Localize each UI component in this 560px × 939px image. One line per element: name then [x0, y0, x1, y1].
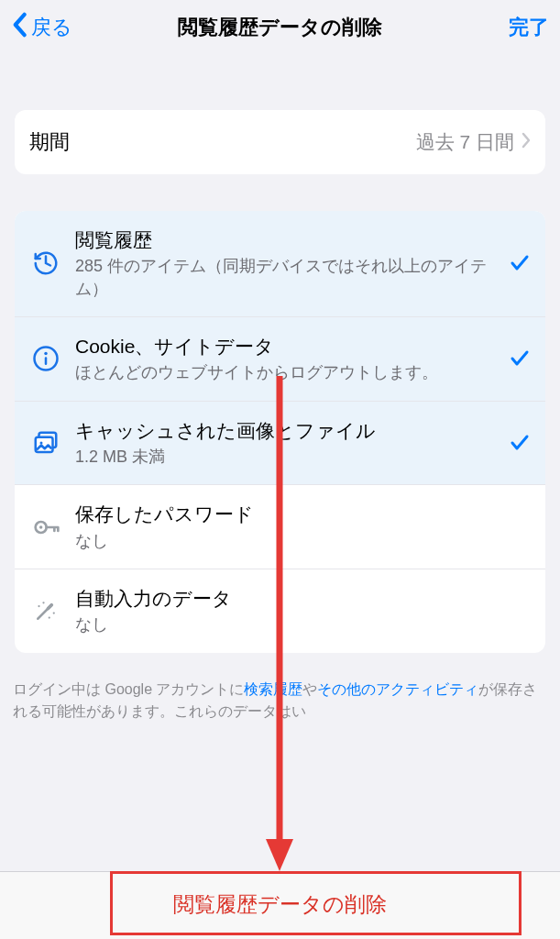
check-icon [505, 252, 531, 274]
chevron-right-icon [522, 132, 531, 152]
back-button[interactable]: 戻る [11, 12, 72, 43]
delete-browsing-data-button[interactable]: 閲覧履歴データの削除 [0, 890, 560, 919]
data-types-section: 閲覧履歴 285 件のアイテム（同期デバイスではそれ以上のアイテム） Cooki… [15, 211, 545, 653]
svg-point-8 [38, 605, 39, 607]
cookies-title: Cookie、サイトデータ [75, 334, 505, 359]
svg-point-11 [49, 617, 50, 619]
row-cookies[interactable]: Cookie、サイトデータ ほとんどのウェブサイトからログアウトします。 [15, 317, 545, 402]
cache-sub: 1.2 MB 未満 [75, 446, 505, 468]
header: 戻る 閲覧履歴データの削除 完了 [0, 0, 560, 55]
back-label: 戻る [31, 14, 72, 41]
period-label: 期間 [29, 128, 416, 156]
key-icon [29, 511, 62, 544]
cache-title: キャッシュされた画像とファイル [75, 418, 505, 444]
autofill-title: 自動入力のデータ [75, 586, 531, 612]
period-section: 期間 過去 7 日間 [15, 110, 545, 174]
footer-text-1: ログイン中は Google アカウントに [13, 681, 244, 697]
footer-text-2: や [302, 681, 317, 697]
history-icon [29, 247, 62, 280]
autofill-sub: なし [75, 613, 531, 635]
row-passwords[interactable]: 保存したパスワード なし [15, 485, 545, 569]
svg-point-10 [53, 613, 55, 614]
passwords-title: 保存したパスワード [75, 502, 531, 527]
row-autofill[interactable]: 自動入力のデータ なし [15, 569, 545, 653]
passwords-sub: なし [75, 530, 531, 552]
period-row[interactable]: 期間 過去 7 日間 [15, 110, 545, 174]
history-title: 閲覧履歴 [75, 227, 505, 253]
footer-note: ログイン中は Google アカウントに検索履歴やその他のアクティビティが保存さ… [13, 679, 547, 723]
page-title: 閲覧履歴データの削除 [178, 14, 382, 41]
wand-icon [29, 594, 62, 627]
svg-rect-2 [45, 357, 48, 365]
period-value: 過去 7 日間 [416, 129, 514, 155]
other-activity-link[interactable]: その他のアクティビティ [317, 681, 478, 697]
row-browsing-history[interactable]: 閲覧履歴 285 件のアイテム（同期デバイスではそれ以上のアイテム） [15, 211, 545, 317]
svg-marker-13 [266, 839, 293, 871]
svg-point-5 [40, 441, 43, 444]
svg-point-1 [44, 352, 48, 356]
svg-point-9 [42, 602, 44, 603]
history-sub: 285 件のアイテム（同期デバイスではそれ以上のアイテム） [75, 255, 505, 300]
images-icon [29, 426, 62, 459]
done-button[interactable]: 完了 [509, 14, 549, 41]
info-icon [29, 342, 62, 375]
check-icon [505, 432, 531, 454]
check-icon [505, 348, 531, 370]
row-cache[interactable]: キャッシュされた画像とファイル 1.2 MB 未満 [15, 402, 545, 486]
cookies-sub: ほとんどのウェブサイトからログアウトします。 [75, 361, 505, 383]
search-history-link[interactable]: 検索履歴 [244, 681, 302, 697]
delete-bar: 閲覧履歴データの削除 [0, 871, 560, 939]
chevron-left-icon [11, 12, 31, 43]
svg-point-7 [39, 525, 42, 528]
